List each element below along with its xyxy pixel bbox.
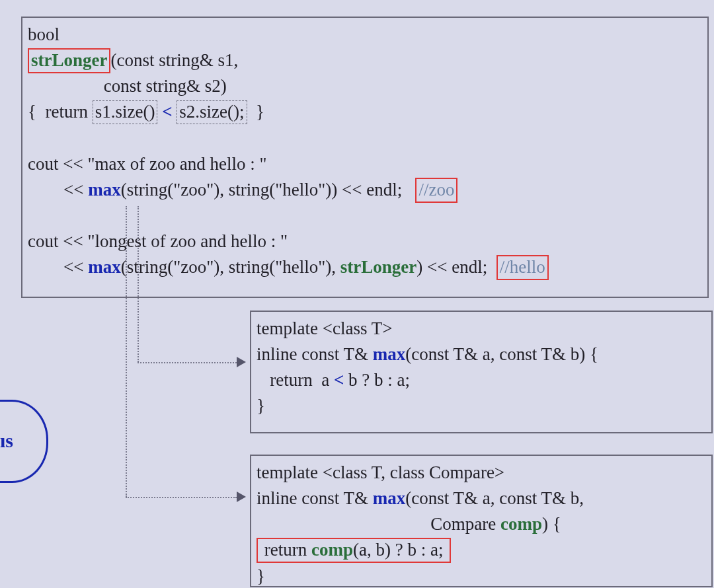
code-line: cout << "longest of zoo and hello : " [28,229,702,254]
text: cout << "longest of zoo and hello : " [28,231,288,251]
text: max [88,257,121,277]
text: { return [28,102,93,122]
highlight-return-comp: return comp(a, b) ? b : a; [257,538,451,563]
text: << [28,180,88,200]
text: Compare [257,514,500,534]
text: max [373,344,406,364]
code-line: strLonger(const string& s1, [28,48,702,73]
connector-line [138,362,237,363]
text: comp [500,514,542,534]
text: < [157,102,177,122]
highlight-strlonger: strLonger [28,48,110,73]
text: max [373,488,406,508]
edge-label: ıs [0,429,13,452]
text: comp [311,540,353,560]
code-line: << max(string("zoo"), string("hello"), s… [28,254,702,280]
text: (const string& s1, [110,50,238,70]
text: max [88,180,121,200]
code-line: } [257,393,706,419]
text: b ? b : a; [344,370,410,390]
highlight-comment-zoo: //zoo [415,178,457,203]
text: return a [257,370,334,390]
code-line: << max(string("zoo"), string("hello")) <… [28,177,702,203]
text: (a, b) ? b : a; [353,540,448,560]
code-line: inline const T& max(const T& a, const T&… [257,486,706,511]
text: strLonger [340,257,416,277]
text: cout << "max of zoo and hello : " [28,154,266,174]
code-line: inline const T& max(const T& a, const T&… [257,342,706,367]
text: } [257,396,265,416]
code-line: template <class T> [257,316,706,342]
code-line: { return s1.size() < s2.size(); } [28,99,702,125]
text: ) { [542,514,561,534]
text: inline const T& [257,488,373,508]
code-line: return a < b ? b : a; [257,367,706,393]
code-line: template <class T, class Compare> [257,460,706,486]
code-line: return comp(a, b) ? b : a; [257,537,706,563]
text: inline const T& [257,344,373,364]
arrowhead-icon [237,492,246,502]
connector-line [126,497,237,498]
text: template <class T> [257,318,392,338]
code-line: Compare comp) { [257,511,706,537]
code-line: } [257,564,706,588]
text: } [247,102,264,122]
blank-line [28,203,702,229]
text: ) << endl; [416,257,496,277]
code-line: bool [28,22,702,48]
highlight-comment-hello: //hello [496,255,549,280]
dashed-highlight: s1.size() [93,100,158,124]
text: << [28,257,88,277]
blank-line [28,126,702,151]
text: } [257,566,265,586]
code-box-main: bool strLonger(const string& s1, const s… [21,17,709,298]
code-line: cout << "max of zoo and hello : " [28,151,702,177]
text: < [334,370,344,390]
code-box-max2: template <class T, class Compare> inline… [250,455,713,587]
code-box-max1: template <class T> inline const T& max(c… [250,311,713,433]
text: (const T& a, const T& b, [405,488,584,508]
code-line: const string& s2) [28,73,702,99]
text: (const T& a, const T& b) { [405,344,598,364]
text: (string("zoo"), string("hello"), [121,257,340,277]
text: const string& s2) [28,76,227,96]
text: template <class T, class Compare> [257,462,504,482]
text: (string("zoo"), string("hello")) << endl… [121,180,416,200]
text: return [260,540,311,560]
text: bool [28,24,60,44]
dashed-highlight: s2.size(); [177,100,247,124]
arrowhead-icon [237,357,246,367]
